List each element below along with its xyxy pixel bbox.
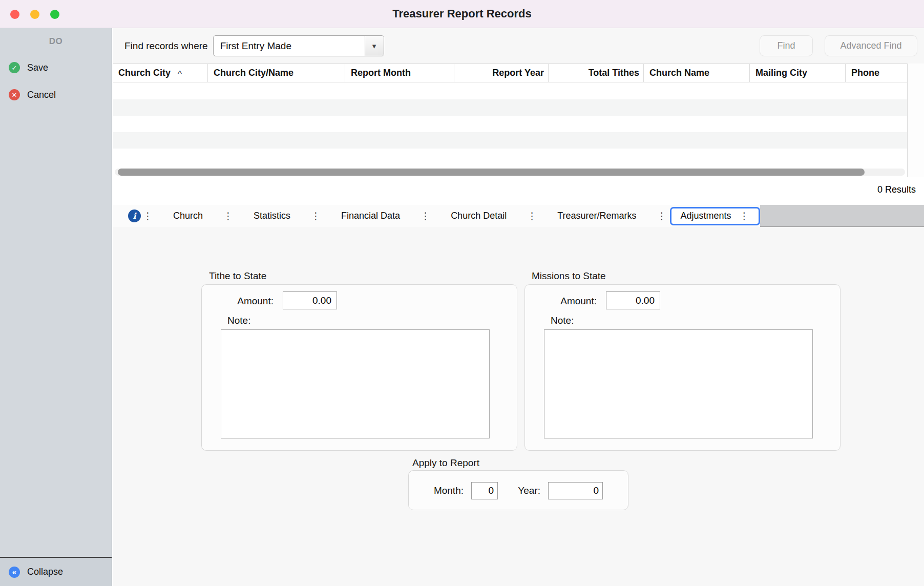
tab-church[interactable]: Church	[155, 211, 221, 221]
chevron-down-icon[interactable]: ▾	[365, 36, 384, 56]
cancel-x-icon: ✕	[9, 89, 20, 100]
find-field-dropdown-value: First Entry Made	[214, 40, 365, 52]
missions-to-state-title: Missions to State	[532, 270, 606, 282]
cancel-label: Cancel	[27, 90, 56, 100]
zoom-window-button[interactable]	[50, 10, 59, 19]
column-header-phone[interactable]: Phone	[846, 64, 907, 82]
column-label: Report Month	[351, 68, 411, 78]
table-row	[113, 132, 907, 149]
tab-separator-icon: ⋮	[143, 210, 153, 222]
table-row	[113, 116, 907, 132]
results-count: 0 Results	[877, 184, 916, 195]
column-label: Total Tithes	[589, 68, 639, 78]
results-count-band: 0 Results	[113, 177, 924, 205]
save-label: Save	[27, 62, 48, 73]
tab-separator-icon: ⋮	[740, 210, 749, 222]
column-label: Phone	[851, 68, 879, 78]
tithe-note-textarea[interactable]	[221, 329, 490, 438]
close-window-button[interactable]	[10, 10, 19, 19]
save-check-icon: ✓	[9, 62, 20, 73]
cancel-button[interactable]: ✕ Cancel	[0, 87, 112, 102]
sort-ascending-icon: ^	[178, 69, 182, 79]
tab-treasurer-remarks[interactable]: Treasurer/Remarks	[539, 211, 655, 221]
tab-financial-data[interactable]: Financial Data	[323, 211, 418, 221]
sidebar: DO ✓ Save ✕ Cancel « Collapse	[0, 28, 112, 586]
missions-amount-label: Amount:	[525, 296, 597, 307]
save-button[interactable]: ✓ Save	[0, 60, 112, 75]
horizontal-scrollbar-thumb[interactable]	[118, 169, 865, 176]
tithe-amount-label: Amount:	[202, 296, 274, 307]
month-label: Month:	[409, 485, 464, 496]
missions-note-textarea[interactable]	[544, 329, 813, 438]
minimize-window-button[interactable]	[30, 10, 39, 19]
apply-to-report-title: Apply to Report	[412, 457, 479, 469]
column-header-church-city-name[interactable]: Church City/Name	[208, 64, 345, 82]
tab-statistics[interactable]: Statistics	[235, 211, 309, 221]
results-table-body	[113, 83, 907, 165]
tab-separator-icon: ⋮	[421, 210, 430, 222]
missions-note-label: Note:	[551, 315, 574, 326]
table-row	[113, 83, 907, 99]
results-table-header: Church City ^ Church City/Name Report Mo…	[113, 64, 907, 82]
tab-bar-filler	[760, 205, 924, 227]
table-row	[113, 149, 907, 165]
missions-to-state-group: Amount: Note:	[524, 284, 841, 451]
tithe-to-state-title: Tithe to State	[209, 270, 266, 282]
column-header-mailing-city[interactable]: Mailing City	[750, 64, 846, 82]
find-bar: Find records where First Entry Made ▾ Fi…	[113, 28, 924, 64]
column-header-total-tithes[interactable]: Total Tithes	[549, 64, 644, 82]
tab-adjustments-label: Adjustments	[681, 211, 731, 221]
table-row	[113, 99, 907, 116]
column-header-report-month[interactable]: Report Month	[345, 64, 454, 82]
window-title: Treasurer Report Records	[392, 7, 531, 20]
column-label: Report Year	[492, 68, 544, 78]
column-header-church-city[interactable]: Church City ^	[113, 64, 208, 82]
year-input[interactable]	[548, 482, 603, 499]
tithe-to-state-group: Amount: Note:	[201, 284, 517, 451]
find-field-dropdown[interactable]: First Entry Made ▾	[213, 35, 384, 56]
collapse-label: Collapse	[27, 567, 63, 577]
sidebar-section-header: DO	[0, 28, 112, 47]
column-label: Church Name	[649, 68, 709, 78]
horizontal-scrollbar	[113, 167, 907, 177]
tab-bar: i ⋮ Church ⋮ Statistics ⋮ Financial Data…	[113, 205, 924, 227]
collapse-chevrons-icon: «	[9, 567, 20, 578]
apply-to-report-group: Month: Year:	[408, 470, 628, 510]
tab-separator-icon: ⋮	[527, 210, 537, 222]
missions-amount-input[interactable]	[606, 291, 660, 309]
tithe-note-label: Note:	[227, 315, 250, 326]
tab-separator-icon: ⋮	[311, 210, 321, 222]
info-icon[interactable]: i	[128, 210, 141, 222]
column-header-report-year[interactable]: Report Year	[454, 64, 549, 82]
column-label: Church City/Name	[214, 68, 293, 78]
month-input[interactable]	[471, 482, 498, 499]
tab-separator-icon: ⋮	[657, 210, 667, 222]
vertical-scrollbar-track	[907, 64, 924, 177]
find-button[interactable]: Find	[760, 35, 813, 56]
column-label: Mailing City	[755, 68, 807, 78]
tithe-amount-input[interactable]	[283, 291, 337, 309]
tab-church-detail[interactable]: Church Detail	[432, 211, 525, 221]
title-bar: Treasurer Report Records	[0, 0, 924, 28]
advanced-find-button[interactable]: Advanced Find	[825, 35, 917, 56]
collapse-sidebar-button[interactable]: « Collapse	[0, 557, 112, 586]
tab-separator-icon: ⋮	[223, 210, 233, 222]
find-records-where-label: Find records where	[124, 40, 208, 52]
column-label: Church City	[118, 68, 171, 78]
column-header-church-name[interactable]: Church Name	[644, 64, 750, 82]
tab-adjustments-selected[interactable]: Adjustments ⋮	[670, 207, 760, 225]
year-label: Year:	[501, 485, 540, 496]
